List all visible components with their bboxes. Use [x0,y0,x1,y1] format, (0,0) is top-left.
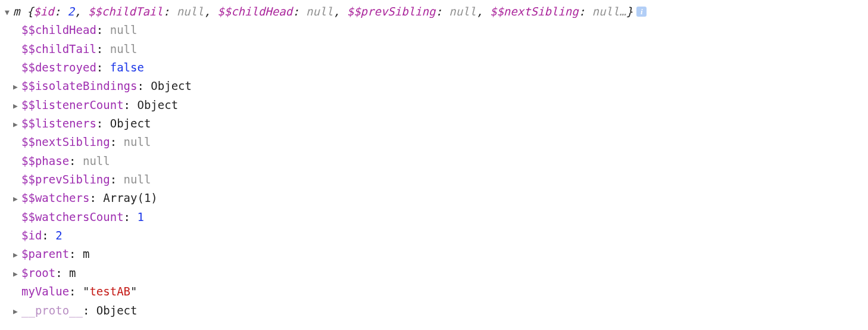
disclosure-triangle-icon[interactable]: ▶ [13,118,21,130]
property-value: m [69,266,76,279]
property-value: 2 [55,229,62,242]
property-row: $$childTail: null [5,40,863,58]
disclosure-triangle-icon[interactable]: ▶ [13,305,21,317]
property-row: $$prevSibling: null [5,170,863,189]
preview-key: $$nextSibling [490,5,579,18]
property-row: myValue: "testAB" [5,282,863,301]
property-key: __proto__ [21,304,83,317]
property-row: $$watchersCount: 1 [5,208,863,226]
disclosure-triangle-icon[interactable]: ▶ [13,267,21,280]
property-value: 1 [137,210,143,223]
disclosure-triangle-icon[interactable]: ▶ [13,99,21,112]
property-key: $$phase [21,154,69,167]
property-key: $$watchersCount [21,210,124,223]
property-key: $$nextSibling [21,135,110,148]
property-value: null [83,154,110,167]
property-key: $id [21,229,42,242]
property-row[interactable]: ▶__proto__: Object [5,301,863,320]
property-key: $$isolateBindings [21,79,137,92]
preview-key: $$childHead [217,5,292,18]
preview-value: null [592,5,620,18]
property-row[interactable]: ▶$$watchers: Array(1) [5,189,863,207]
property-key: myValue [21,285,69,298]
property-key: $$listenerCount [21,98,124,111]
property-key: $$prevSibling [21,173,110,186]
property-value: null [124,173,151,186]
property-value: null [110,23,138,36]
property-row: $$nextSibling: null [5,133,863,151]
property-key: $$childTail [21,42,96,55]
property-key: $$childHead [21,23,96,36]
object-header[interactable]: ▼m {$id: 2, $$childTail: null, $$childHe… [5,2,863,21]
preview-value: null [306,5,333,18]
property-value: Object [137,98,178,111]
property-value: Array(1) [103,191,158,204]
property-key: $$listeners [21,117,96,130]
property-value: Object [96,304,138,317]
preview-value: null [449,5,476,18]
disclosure-triangle-open-icon[interactable]: ▼ [5,6,13,18]
property-key: $root [21,266,55,279]
property-value: false [110,61,144,74]
object-constructor-name: m [13,5,27,18]
property-row[interactable]: ▶$root: m [5,264,863,282]
property-value: Object [151,79,192,92]
property-row[interactable]: ▶$parent: m [5,245,863,263]
property-value: "testAB" [83,285,138,298]
property-value: Object [110,117,151,130]
property-value: m [83,247,89,260]
preview-value: 2 [68,5,74,18]
property-key: $$watchers [21,191,89,204]
preview-key: $$childTail [88,5,163,18]
property-value: null [110,42,138,55]
property-row: $$childHead: null [5,21,863,39]
property-row[interactable]: ▶$$listeners: Object [5,114,863,133]
property-row: $$destroyed: false [5,58,863,77]
property-key: $parent [21,247,69,260]
preview-value: null [177,5,204,18]
disclosure-triangle-icon[interactable]: ▶ [13,248,21,261]
preview-key: $$prevSibling [347,5,436,18]
property-key: $$destroyed [21,61,96,74]
property-row[interactable]: ▶$$isolateBindings: Object [5,77,863,95]
property-row: $id: 2 [5,226,863,245]
property-row[interactable]: ▶$$listenerCount: Object [5,96,863,114]
property-value: null [124,135,151,148]
preview-ellipsis: … [619,5,626,18]
disclosure-triangle-icon[interactable]: ▶ [13,80,21,93]
disclosure-triangle-icon[interactable]: ▶ [13,192,21,205]
preview-key: $id [33,5,54,18]
property-row: $$phase: null [5,152,863,170]
info-icon[interactable]: i [636,7,647,17]
